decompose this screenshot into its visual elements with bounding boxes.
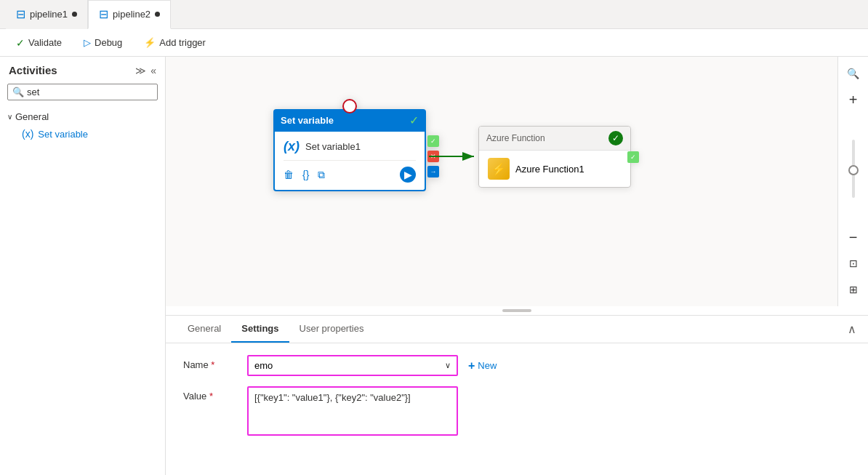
add-trigger-label: Add trigger [159, 37, 206, 48]
tab-label: pipeline1 [30, 9, 68, 20]
tab-pipeline1[interactable]: ⊟ pipeline1 [6, 0, 88, 29]
port-success: ✓ [427, 135, 439, 147]
select-chevron: ∨ [445, 361, 451, 370]
azure-port: ✓ [627, 151, 639, 163]
node-add-top[interactable] [342, 99, 357, 113]
section-title: General [15, 111, 49, 122]
func-symbol: (x) [284, 139, 300, 154]
azure-node-body: ⚡ Azure Function1 [479, 151, 630, 187]
node-body-label: Set variable1 [305, 141, 361, 152]
validate-button[interactable]: ✓ Validate [12, 36, 66, 50]
validate-label: Validate [28, 37, 62, 48]
bottom-content: Name * emo ∨ + New [166, 343, 868, 458]
name-field-group: emo ∨ + New [247, 355, 851, 376]
collapse-icon[interactable]: ≫ [135, 65, 146, 76]
node-body-content: (x) Set variable1 [284, 139, 416, 161]
lightning-bolt: ⚡ [491, 162, 506, 176]
tab-list: General Settings User properties [177, 316, 374, 343]
azure-function-node[interactable]: Azure Function ✓ ⚡ Azure Function1 ✓ [478, 126, 631, 188]
sidebar-item-label: Set variable [38, 129, 88, 140]
azure-node-title: Azure Function [486, 133, 545, 143]
name-label: Name * [183, 355, 241, 370]
sidebar: Activities ≫ « 🔍 ∨ General (x) Set varia… [0, 57, 166, 475]
name-label-text: Name [183, 359, 209, 370]
sidebar-header: Activities ≫ « [0, 57, 165, 81]
unsaved-dot [72, 12, 77, 17]
add-btn[interactable]: + [843, 89, 864, 111]
section-chevron: ∨ [7, 113, 12, 121]
tab-label: pipeline2 [113, 9, 150, 20]
node-success-check: ✓ [409, 113, 419, 127]
azure-fn-icon: ⚡ [488, 158, 510, 180]
port-complete: → [427, 166, 439, 177]
expand-icon[interactable]: « [150, 65, 156, 76]
required-star: * [211, 359, 214, 370]
copy-icon[interactable]: ⧉ [318, 169, 325, 181]
code-icon[interactable]: {} [302, 169, 309, 180]
debug-label: Debug [95, 37, 122, 48]
delete-icon[interactable]: 🗑 [284, 169, 294, 180]
set-variable-icon: (x) [22, 128, 33, 140]
drag-handle[interactable] [166, 306, 868, 315]
main-layout: Activities ≫ « 🔍 ∨ General (x) Set varia… [0, 57, 868, 475]
node-ports: ✓ ✕ → [427, 135, 439, 177]
sidebar-item-left: (x) Set variable [22, 128, 88, 140]
azure-node-label: Azure Function1 [515, 164, 584, 175]
main-toolbar: ✓ Validate ▷ Debug ⚡ Add trigger [0, 29, 868, 57]
node-body: (x) Set variable1 🗑 {} ⧉ ▶ [273, 132, 426, 191]
name-form-row: Name * emo ∨ + New [183, 355, 851, 376]
port-fail: ✕ [427, 151, 439, 162]
sidebar-section-general: ∨ General (x) Set variable ⋮⋮⋮ [0, 106, 165, 145]
tab-pipeline2[interactable]: ⊟ pipeline2 [88, 0, 171, 29]
pipeline-icon: ⊟ [99, 7, 108, 21]
azure-node-header: Azure Function ✓ [479, 127, 630, 151]
zoom-thumb[interactable] [848, 165, 859, 175]
value-form-row: Value * [{"key1": "value1"}, {"key2": "v… [183, 386, 851, 436]
node-title: Set variable [281, 115, 334, 126]
name-select[interactable]: emo ∨ [247, 355, 458, 376]
tab-general[interactable]: General [177, 316, 231, 343]
tab-settings[interactable]: Settings [231, 316, 289, 343]
unsaved-dot [155, 12, 160, 17]
validate-icon: ✓ [16, 37, 25, 49]
value-textarea[interactable]: [{"key1": "value1"}, {"key2": "value2"}] [247, 386, 458, 436]
bottom-panel: General Settings User properties ∧ Name … [166, 315, 868, 475]
sidebar-item-set-variable[interactable]: (x) Set variable ⋮⋮⋮ [7, 124, 158, 143]
sidebar-controls: ≫ « [135, 65, 156, 76]
node-actions: 🗑 {} ⧉ ▶ [284, 161, 416, 183]
azure-success-check: ✓ [608, 131, 623, 145]
run-icon[interactable]: ▶ [400, 167, 416, 183]
debug-button[interactable]: ▷ Debug [79, 36, 126, 49]
canvas-area: Set variable ✓ (x) Set variable1 🗑 {} ⧉ … [166, 57, 868, 475]
search-input[interactable] [27, 87, 153, 97]
pipeline-icon: ⊟ [16, 7, 25, 21]
zoom-slider-container [852, 115, 855, 222]
add-trigger-button[interactable]: ⚡ Add trigger [140, 36, 210, 49]
fit-view-btn[interactable]: ⊡ [843, 252, 864, 274]
zoom-track[interactable] [852, 140, 855, 198]
tab-bar: ⊟ pipeline1 ⊟ pipeline2 [0, 0, 868, 29]
right-toolbar: 🔍 + − ⊡ ⊞ [837, 57, 868, 306]
minus-btn[interactable]: − [843, 226, 864, 248]
drag-handle-bar [502, 309, 531, 312]
sidebar-title: Activities [9, 64, 57, 76]
lightning-icon: ⚡ [144, 37, 156, 48]
search-box[interactable]: 🔍 [7, 84, 158, 100]
section-header-general[interactable]: ∨ General [7, 109, 158, 124]
pipeline-canvas[interactable]: Set variable ✓ (x) Set variable1 🗑 {} ⧉ … [166, 57, 868, 306]
required-star-value: * [209, 391, 213, 402]
new-label: New [478, 360, 497, 371]
tab-user-properties[interactable]: User properties [289, 316, 374, 343]
value-field-group: [{"key1": "value1"}, {"key2": "value2"}] [247, 386, 851, 436]
bottom-tabs: General Settings User properties ∧ [166, 316, 868, 343]
value-label: Value * [183, 386, 241, 402]
set-variable-node[interactable]: Set variable ✓ (x) Set variable1 🗑 {} ⧉ … [273, 109, 426, 191]
layout-btn[interactable]: ⊞ [843, 279, 864, 300]
debug-icon: ▷ [84, 37, 91, 48]
value-label-text: Value [183, 391, 206, 402]
bottom-panel-close[interactable]: ∧ [848, 322, 856, 336]
search-btn[interactable]: 🔍 [843, 63, 864, 84]
plus-icon: + [468, 359, 475, 372]
new-button[interactable]: + New [464, 356, 501, 375]
azure-fn-icon-container: ⚡ [488, 158, 510, 180]
